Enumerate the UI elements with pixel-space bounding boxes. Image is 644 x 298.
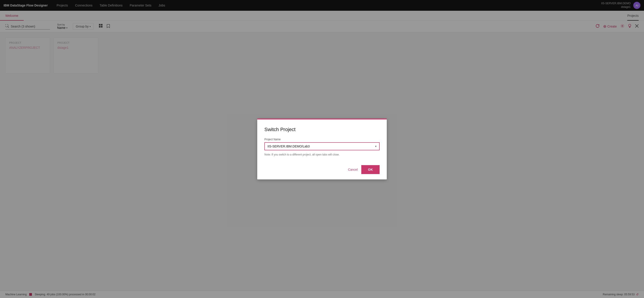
- modal-note: Note: If you switch to a different proje…: [264, 153, 380, 156]
- modal-body: Switch Project Project Name IIS-SERVER.I…: [257, 119, 387, 162]
- modal-overlay: Switch Project Project Name IIS-SERVER.I…: [0, 0, 644, 298]
- project-name-select[interactable]: IIS-SERVER.IBM.DEMO/Lab3 ▾: [264, 142, 380, 150]
- project-name-value: IIS-SERVER.IBM.DEMO/Lab3: [268, 144, 375, 148]
- cancel-button[interactable]: Cancel: [348, 168, 358, 171]
- field-label: Project Name: [264, 138, 380, 141]
- switch-project-modal: Switch Project Project Name IIS-SERVER.I…: [257, 118, 387, 180]
- modal-title: Switch Project: [264, 127, 380, 132]
- project-name-dropdown-arrow: ▾: [375, 145, 376, 148]
- ok-button[interactable]: OK: [361, 165, 380, 174]
- modal-footer: Cancel OK: [257, 162, 387, 180]
